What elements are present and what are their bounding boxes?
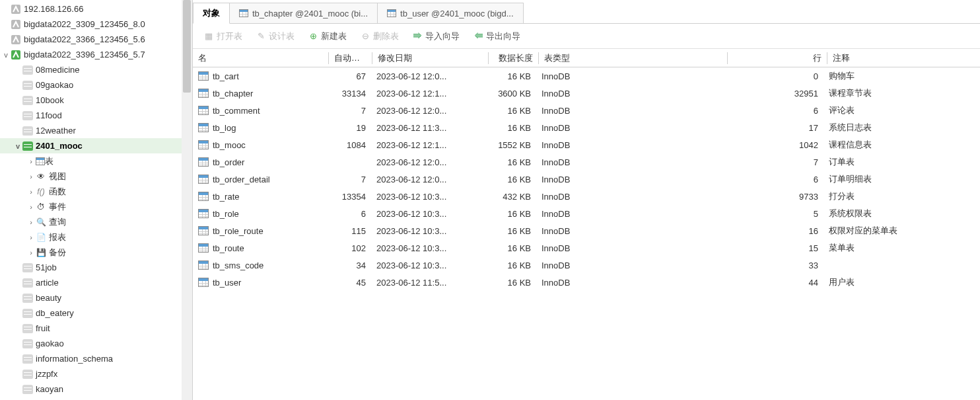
db-node-table[interactable]: › 表 — [0, 153, 192, 169]
table-row[interactable]: tb_role_route 115 2023-06-12 10:3... 16 … — [193, 222, 980, 239]
cell-type: InnoDB — [536, 192, 724, 202]
tab[interactable]: 对象 — [193, 3, 230, 24]
cell-rows: 16 — [724, 226, 823, 236]
import-wizard-button[interactable]: ⭆ 导入向导 — [407, 28, 465, 45]
db-node-backup[interactable]: › 💾 备份 — [0, 245, 192, 260]
cell-size: 3600 KB — [487, 89, 536, 99]
database-row[interactable]: 11food — [0, 108, 192, 123]
expand-icon[interactable]: v — [13, 142, 22, 150]
database-row[interactable]: 10book — [0, 93, 192, 108]
cell-type: InnoDB — [536, 140, 724, 150]
expand-icon[interactable]: › — [26, 249, 36, 257]
col-comment[interactable]: 注释 — [827, 52, 980, 64]
delete-table-button[interactable]: ⊖ 删除表 — [355, 28, 404, 45]
expand-icon[interactable]: › — [26, 218, 36, 226]
open-icon: ▦ — [203, 31, 214, 42]
design-table-button[interactable]: ✎ 设计表 — [250, 28, 300, 45]
database-row[interactable]: gaokao — [0, 336, 192, 351]
table-row[interactable]: tb_rate 13354 2023-06-12 10:3... 432 KB … — [193, 188, 980, 205]
expand-icon[interactable]: › — [26, 157, 36, 165]
connection-row[interactable]: v bigdata2022_3396_123456_5.7 — [0, 47, 192, 62]
scrollbar-thumb[interactable] — [183, 0, 191, 93]
database-label: beauty — [36, 293, 61, 303]
functions-icon: f() — [36, 187, 46, 196]
table-row[interactable]: tb_sms_code 34 2023-06-12 10:3... 16 KB … — [193, 257, 980, 274]
database-row[interactable]: jzzpfx — [0, 366, 192, 381]
expand-icon[interactable]: › — [26, 188, 36, 196]
database-row[interactable]: fruit — [0, 321, 192, 336]
grid-header: 名 自动递... 修改日期 数据长度 表类型 行 注释 — [193, 49, 980, 67]
table-row[interactable]: tb_order 2023-06-12 12:0... 16 KB InnoDB… — [193, 153, 980, 171]
cell-auto: 102 — [328, 243, 371, 253]
col-rows[interactable]: 行 — [728, 52, 827, 64]
export-wizard-button[interactable]: ⭅ 导出向导 — [468, 28, 526, 45]
cell-auto: 45 — [328, 278, 371, 288]
database-row[interactable]: 09gaokao — [0, 77, 192, 93]
connection-label: bigdata2022_3396_123456_5.7 — [24, 50, 145, 60]
col-date[interactable]: 修改日期 — [372, 52, 488, 64]
expand-icon[interactable]: › — [26, 173, 36, 180]
db-node-event[interactable]: › ⏱ 事件 — [0, 199, 192, 214]
table-row[interactable]: tb_cart 67 2023-06-12 12:0... 16 KB Inno… — [193, 67, 980, 85]
cell-rows: 32951 — [724, 89, 823, 99]
expand-icon[interactable]: › — [26, 233, 36, 241]
table-icon — [198, 140, 209, 149]
tab[interactable]: tb_user @2401_mooc (bigd... — [377, 3, 523, 23]
database-row[interactable]: db_eatery — [0, 305, 192, 321]
expand-icon[interactable]: v — [1, 51, 11, 59]
table-row[interactable]: tb_comment 7 2023-06-12 12:0... 16 KB In… — [193, 102, 980, 119]
events-icon: ⏱ — [36, 202, 46, 212]
database-row[interactable]: beauty — [0, 290, 192, 305]
cell-comment: 订单表 — [823, 156, 980, 168]
db-node-fx[interactable]: › f() 函数 — [0, 184, 192, 199]
table-row[interactable]: tb_user 45 2023-06-12 11:5... 16 KB Inno… — [193, 274, 980, 291]
database-row[interactable]: kaoyan — [0, 381, 192, 397]
open-table-button[interactable]: ▦ 打开表 — [198, 28, 248, 45]
col-name[interactable]: 名 — [193, 52, 328, 64]
sidebar-scrollbar[interactable] — [182, 0, 192, 400]
connection-label: 192.168.126.66 — [24, 4, 83, 14]
db-node-query[interactable]: › 🔍 查询 — [0, 214, 192, 229]
table-icon — [198, 71, 209, 81]
database-row[interactable]: information_schema — [0, 351, 192, 366]
cell-comment: 课程章节表 — [823, 87, 980, 99]
cell-comment: 菜单表 — [823, 242, 980, 254]
connection-row[interactable]: 192.168.126.66 — [0, 1, 192, 17]
database-icon — [22, 309, 33, 318]
table-icon — [198, 226, 209, 235]
new-table-button[interactable]: ⊕ 新建表 — [302, 28, 352, 45]
cell-auto: 7 — [328, 106, 371, 116]
cell-rows: 6 — [724, 175, 823, 184]
table-row[interactable]: tb_chapter 33134 2023-06-12 12:1... 3600… — [193, 85, 980, 102]
table-row[interactable]: tb_mooc 1084 2023-06-12 12:1... 1552 KB … — [193, 136, 980, 153]
connection-row[interactable]: bigdata2022_3366_123456_5.6 — [0, 32, 192, 47]
database-icon — [22, 370, 33, 379]
table-row[interactable]: tb_log 19 2023-06-12 11:3... 16 KB InnoD… — [193, 119, 980, 136]
backup-icon: 💾 — [36, 248, 46, 257]
cell-type: InnoDB — [536, 123, 724, 133]
database-row[interactable]: 08medicine — [0, 62, 192, 77]
expand-icon[interactable]: › — [26, 203, 36, 211]
plus-icon: ⊕ — [308, 31, 318, 42]
db-node-view[interactable]: › 👁 视图 — [0, 169, 192, 184]
database-row[interactable]: 12weather — [0, 123, 192, 138]
table-row[interactable]: tb_route 102 2023-06-12 10:3... 16 KB In… — [193, 239, 980, 257]
connection-row[interactable]: bigdata2022_3309_123456_8.0 — [0, 17, 192, 32]
cell-auto: 6 — [328, 209, 371, 219]
cell-rows: 33 — [724, 260, 823, 270]
db-node-report[interactable]: › 📄 报表 — [0, 229, 192, 245]
col-type[interactable]: 表类型 — [539, 52, 727, 64]
table-icon — [198, 157, 209, 167]
database-row[interactable]: maoyan — [0, 397, 192, 400]
col-auto[interactable]: 自动递... — [329, 52, 372, 64]
database-row[interactable]: 51job — [0, 260, 192, 275]
table-icon — [198, 123, 209, 132]
database-row[interactable]: article — [0, 275, 192, 290]
table-row[interactable]: tb_role 6 2023-06-12 10:3... 16 KB InnoD… — [193, 205, 980, 222]
cell-auto: 19 — [328, 123, 371, 133]
cell-type: InnoDB — [536, 278, 724, 288]
database-row-active[interactable]: v 2401_mooc — [0, 138, 192, 153]
tab[interactable]: tb_chapter @2401_mooc (bi... — [229, 3, 378, 23]
col-size[interactable]: 数据长度 — [489, 52, 538, 64]
table-row[interactable]: tb_order_detail 7 2023-06-12 12:0... 16 … — [193, 171, 980, 188]
